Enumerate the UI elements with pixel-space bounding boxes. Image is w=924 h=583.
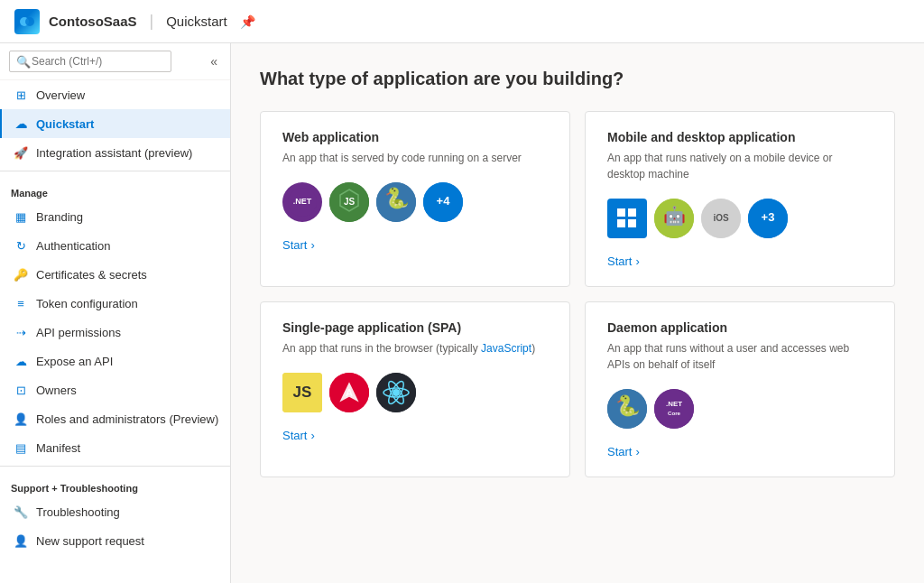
sidebar-item-token[interactable]: ≡ Token configuration — [0, 289, 230, 318]
sidebar-item-roles[interactable]: 👤 Roles and administrators (Preview) — [0, 404, 230, 433]
sidebar-item-label: Roles and administrators (Preview) — [36, 412, 218, 426]
sidebar-item-label: Integration assistant (preview) — [36, 146, 192, 160]
svg-text:.NET: .NET — [293, 197, 312, 206]
top-header: ContosoSaaS | Quickstart 📌 — [0, 0, 924, 43]
svg-point-1 — [25, 17, 34, 26]
sidebar-item-overview[interactable]: ⊞ Overview — [0, 80, 230, 109]
integration-icon: 🚀 — [13, 144, 29, 161]
card-web-icons: .NET JS — [282, 182, 548, 222]
card-daemon-title: Daemon application — [607, 320, 873, 335]
card-daemon-start-link[interactable]: Start › — [607, 445, 873, 458]
sidebar-item-label: API permissions — [36, 326, 121, 339]
sidebar-search-container: 🔍 « — [0, 43, 230, 80]
sidebar-item-label: Branding — [36, 210, 83, 224]
card-spa-icons: JS A — [282, 373, 548, 412]
more-4-icon: +4 — [423, 182, 463, 222]
card-spa-title: Single-page application (SPA) — [282, 320, 548, 335]
python-daemon-icon: 🐍 — [607, 389, 647, 429]
header-separator: | — [150, 12, 154, 31]
dotnetcore-icon: .NET Core — [654, 389, 694, 429]
collapse-icon[interactable]: « — [207, 51, 221, 72]
expose-api-icon: ☁ — [13, 353, 29, 369]
pin-icon[interactable]: 📌 — [240, 14, 255, 29]
token-icon: ≡ — [13, 295, 29, 311]
sidebar-item-label: Expose an API — [36, 355, 113, 368]
card-mobile-start-link[interactable]: Start › — [607, 254, 873, 268]
sidebar-item-manifest[interactable]: ▤ Manifest — [0, 433, 230, 462]
svg-text:.NET: .NET — [666, 400, 682, 408]
sidebar-item-label: Authentication — [36, 239, 110, 253]
app-name: ContosoSaaS — [49, 14, 137, 29]
sidebar-item-label: Token configuration — [36, 297, 138, 310]
overview-icon: ⊞ — [13, 87, 29, 103]
svg-text:🤖: 🤖 — [663, 205, 686, 227]
js-icon: JS — [282, 373, 322, 412]
sidebar-item-api-permissions[interactable]: ⇢ API permissions — [0, 318, 230, 347]
sidebar-divider-support — [0, 466, 230, 467]
sidebar-item-integration[interactable]: 🚀 Integration assistant (preview) — [0, 138, 230, 167]
owners-icon: ⊡ — [13, 382, 29, 398]
svg-text:A: A — [346, 387, 353, 398]
new-support-icon: 👤 — [13, 532, 29, 549]
page-title: What type of application are you buildin… — [260, 69, 895, 89]
quickstart-icon: ☁ — [13, 116, 29, 132]
windows-icon — [607, 199, 647, 238]
branding-icon: ▦ — [13, 208, 29, 225]
sidebar-item-owners[interactable]: ⊡ Owners — [0, 375, 230, 404]
android-icon: 🤖 — [654, 199, 694, 238]
card-mobile-title: Mobile and desktop application — [607, 130, 873, 144]
sidebar-item-label: Overview — [36, 88, 85, 102]
roles-icon: 👤 — [13, 411, 29, 427]
svg-text:+4: +4 — [437, 194, 451, 208]
api-permissions-icon: ⇢ — [13, 324, 29, 340]
svg-rect-14 — [617, 219, 625, 227]
svg-text:Core: Core — [668, 410, 681, 416]
card-mobile-desktop[interactable]: Mobile and desktop application An app th… — [585, 111, 895, 287]
support-section-label: Support + Troubleshooting — [0, 470, 230, 497]
more-3-icon: +3 — [748, 199, 788, 238]
sidebar-item-branding[interactable]: ▦ Branding — [0, 202, 230, 231]
svg-point-11 — [607, 199, 647, 238]
app-logo — [14, 9, 40, 34]
sidebar-item-quickstart[interactable]: ☁ Quickstart — [0, 109, 230, 138]
nodejs-icon: JS — [329, 182, 369, 222]
sidebar-item-label: Troubleshooting — [36, 505, 120, 519]
sidebar-item-new-support[interactable]: 👤 New support request — [0, 526, 230, 555]
sidebar-divider-manage — [0, 171, 230, 171]
card-daemon[interactable]: Daemon application An app that runs with… — [585, 301, 895, 477]
app-type-grid: Web application An app that is served by… — [260, 111, 895, 477]
main-content: What type of application are you buildin… — [231, 43, 924, 583]
card-web-title: Web application — [282, 130, 548, 144]
card-web-desc: An app that is served by code running on… — [282, 150, 548, 166]
svg-rect-12 — [617, 208, 625, 217]
angular-icon: A — [329, 373, 369, 412]
card-web-start-link[interactable]: Start › — [282, 238, 548, 252]
svg-text:JS: JS — [344, 197, 356, 207]
svg-rect-15 — [628, 219, 636, 227]
search-icon: 🔍 — [16, 55, 31, 69]
ios-icon: iOS — [701, 199, 741, 238]
card-web-app[interactable]: Web application An app that is served by… — [260, 111, 570, 287]
sidebar-item-authentication[interactable]: ↻ Authentication — [0, 231, 230, 260]
svg-text:🐍: 🐍 — [384, 186, 410, 210]
svg-rect-13 — [628, 208, 636, 217]
sidebar-item-troubleshooting[interactable]: 🔧 Troubleshooting — [0, 497, 230, 526]
search-input[interactable] — [9, 51, 171, 72]
sidebar-item-label: Manifest — [36, 441, 80, 455]
svg-text:iOS: iOS — [713, 213, 729, 223]
card-spa-start-link[interactable]: Start › — [282, 429, 548, 442]
card-mobile-desc: An app that runs natively on a mobile de… — [607, 150, 873, 182]
sidebar-item-certificates[interactable]: 🔑 Certificates & secrets — [0, 260, 230, 289]
authentication-icon: ↻ — [13, 237, 29, 254]
react-icon — [376, 373, 416, 412]
spa-highlight: JavaScript — [481, 342, 531, 355]
sidebar: 🔍 « ⊞ Overview ☁ Quickstart 🚀 Integratio… — [0, 43, 231, 583]
svg-point-29 — [393, 389, 400, 396]
manage-section-label: Manage — [0, 175, 230, 202]
card-spa[interactable]: Single-page application (SPA) An app tha… — [260, 301, 570, 477]
page-name: Quickstart — [166, 14, 227, 29]
sidebar-item-label: Owners — [36, 384, 77, 397]
python-web-icon: 🐍 — [376, 182, 416, 222]
dotnet-icon: .NET — [282, 182, 322, 222]
sidebar-item-expose-api[interactable]: ☁ Expose an API — [0, 347, 230, 375]
